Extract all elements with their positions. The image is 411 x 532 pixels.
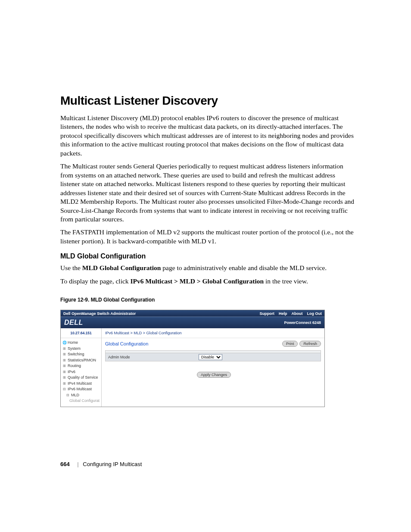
text: Use the [60, 264, 82, 271]
figure-caption: Figure 12-9. MLD Global Configuration [60, 297, 355, 303]
admin-mode-select[interactable]: Disable [199, 354, 222, 360]
nav-label: Statistics/RMON [68, 358, 96, 364]
nav-ipv4-multicast[interactable]: IPv4 Multicast [62, 381, 100, 387]
about-link[interactable]: About [292, 311, 303, 316]
nav-label: Quality of Service [68, 375, 98, 381]
chapter-title: Configuring IP Multicast [83, 461, 142, 467]
paragraph: The FASTPATH implementation of MLD v2 su… [60, 228, 355, 246]
collapse-icon [66, 393, 70, 398]
nav-mld[interactable]: MLD [62, 392, 100, 398]
nav-label: Home [68, 340, 78, 346]
divider: | [77, 461, 78, 467]
app-titlebar: Dell OpenManage Switch Administrator Sup… [61, 310, 324, 317]
app-title: Dell OpenManage Switch Administrator [63, 311, 136, 316]
nav-qos[interactable]: Quality of Service [62, 375, 100, 381]
paragraph: To display the page, click IPv6 Multicas… [60, 277, 355, 286]
text: page to administratively enable and disa… [161, 264, 327, 271]
nav-ipv6-multicast[interactable]: IPv6 Multicast [62, 386, 100, 392]
expand-icon [62, 381, 66, 386]
expand-icon [62, 364, 66, 369]
nav-label: Global Configurat [69, 398, 100, 404]
nav-label: MLD [71, 392, 79, 398]
collapse-icon [62, 387, 66, 392]
brand-bar: DELL PowerConnect 6248 [61, 317, 324, 328]
help-link[interactable]: Help [279, 311, 287, 316]
screenshot-figure: Dell OpenManage Switch Administrator Sup… [60, 310, 325, 407]
nav-system[interactable]: System [62, 346, 100, 352]
section-heading: Multicast Listener Discovery [60, 94, 355, 108]
expand-icon [62, 352, 66, 357]
main-pane: IPv6 Multicast > MLD > Global Configurat… [102, 328, 324, 407]
nav-label: Routing [68, 363, 81, 369]
nav-routing[interactable]: Routing [62, 363, 100, 369]
config-panel: Admin Mode Disable [105, 350, 321, 361]
nav-ipv6[interactable]: IPv6 [62, 369, 100, 375]
device-ip: 10.27.64.151 [61, 328, 101, 338]
globe-icon [62, 340, 66, 345]
page-footer: 664 | Configuring IP Multicast [60, 461, 142, 467]
paragraph: Multicast Listener Discovery (MLD) proto… [60, 114, 355, 158]
dell-logo: DELL [64, 319, 83, 327]
refresh-button[interactable]: Refresh [299, 341, 321, 347]
expand-icon [62, 375, 66, 380]
breadcrumb: IPv6 Multicast > MLD > Global Configurat… [102, 328, 324, 338]
page-title: Global Configuration [105, 341, 148, 346]
nav-sidebar: 10.27.64.151 Home System Switching Stati… [61, 328, 102, 407]
nav-label: IPv6 Multicast [68, 386, 92, 392]
nav-statistics-rmon[interactable]: Statistics/RMON [62, 358, 100, 364]
device-model: PowerConnect 6248 [284, 320, 321, 325]
nav-label: Switching [68, 352, 84, 358]
nav-global-configuration[interactable]: Global Configurat [62, 398, 100, 404]
expand-icon [62, 370, 66, 375]
apply-changes-button[interactable]: Apply Changes [197, 372, 231, 378]
nav-label: System [68, 346, 81, 352]
paragraph: The Multicast router sends General Queri… [60, 162, 355, 224]
print-button[interactable]: Print [282, 341, 298, 347]
nav-label: IPv4 Multicast [68, 381, 92, 387]
admin-mode-label: Admin Mode [108, 355, 199, 359]
bold-text: IPv6 Multicast > MLD > Global Configurat… [130, 277, 264, 285]
subsection-heading: MLD Global Configuration [60, 252, 355, 260]
text: in the tree view. [264, 277, 308, 285]
expand-icon [62, 346, 66, 352]
nav-label: IPv6 [68, 369, 75, 375]
logout-link[interactable]: Log Out [307, 311, 322, 316]
nav-switching[interactable]: Switching [62, 352, 100, 358]
page-number: 664 [60, 461, 70, 467]
bold-text: MLD Global Configuration [82, 264, 161, 271]
paragraph: Use the MLD Global Configuration page to… [60, 264, 355, 272]
text: To display the page, click [60, 277, 130, 285]
support-link[interactable]: Support [259, 311, 274, 316]
expand-icon [62, 358, 66, 363]
nav-home[interactable]: Home [62, 340, 100, 346]
